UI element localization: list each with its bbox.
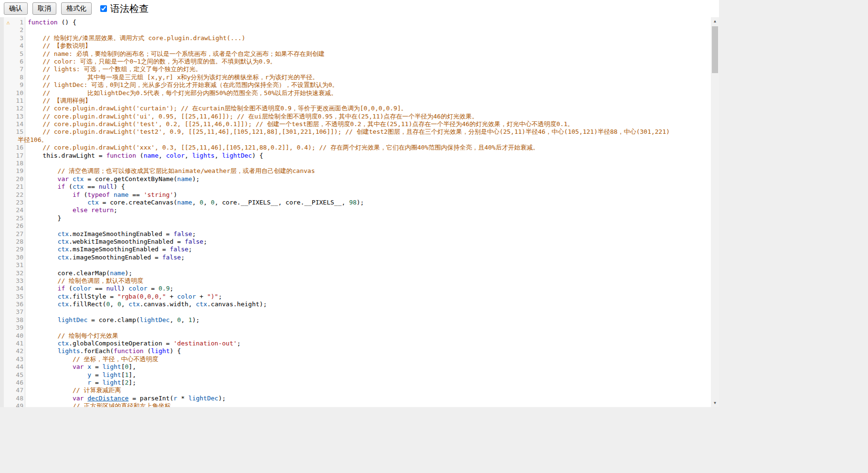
code-line[interactable]: 45 y = light[1], [4,371,711,379]
code-text[interactable]: function () { [25,19,76,26]
format-button[interactable]: 格式化 [61,2,92,14]
gutter-cell[interactable]: 11 [4,97,25,105]
gutter-cell[interactable]: ⚠1 [4,19,25,26]
code-line[interactable]: 20 var ctx = core.getContextByName(name)… [4,175,711,183]
gutter-cell[interactable]: 18 [4,160,25,167]
code-line[interactable]: 27 ctx.mozImageSmoothingEnabled = false; [4,230,711,238]
gutter-cell[interactable]: 49 [4,402,25,407]
code-text[interactable]: ctx.fillStyle = "rgba(0,0,0," + color + … [25,293,222,301]
cancel-button[interactable]: 取消 [32,2,56,14]
code-text[interactable]: // name: 必填，要绘制到的画布名；可以是一个系统画布，或者是个自定义画布… [25,50,325,58]
code-line[interactable]: 3 // 绘制灯光/漆黑层效果。调用方式 core.plugin.drawLig… [4,34,711,42]
scroll-up-button[interactable]: ▲ [711,17,719,25]
code-text[interactable] [25,324,28,332]
code-text[interactable]: if (ctx == null) { [25,183,125,191]
code-text[interactable]: // 计算衰减距离 [25,387,121,394]
code-line[interactable]: 7 // lights: 可选，一个数组，定义了每个独立的灯光。 [4,65,711,73]
syntax-check-checkbox[interactable] [100,5,107,12]
code-line[interactable]: 24 else return; [4,206,711,214]
code-text[interactable]: 半径106。 [15,136,47,144]
code-line[interactable]: 30 ctx.imageSmoothingEnabled = false; [4,254,711,261]
code-text[interactable]: // 正方形区域的直径和左上角坐标 [25,402,170,407]
code-line[interactable]: 38 lightDec = core.clamp(lightDec, 0, 1)… [4,316,711,324]
gutter-cell[interactable]: 6 [4,58,25,65]
code-text[interactable]: lights.forEach(function (light) { [25,347,181,355]
code-text[interactable] [25,308,28,316]
code-line[interactable]: 41 ctx.globalCompositeOperation = 'desti… [4,340,711,347]
code-text[interactable]: core.clearMap(name); [25,269,132,277]
vertical-scrollbar[interactable]: ▲ ▼ [711,17,719,407]
code-text[interactable]: // core.plugin.drawLight('test2', 0.9, [… [25,128,670,136]
gutter-cell[interactable]: 33 [4,277,25,285]
gutter-cell[interactable]: 38 [4,316,25,324]
code-text[interactable]: } [25,215,61,222]
gutter-cell[interactable]: 47 [4,387,25,394]
code-line[interactable]: 14 // core.plugin.drawLight('test', 0.2,… [4,120,711,128]
gutter-cell[interactable]: 28 [4,238,25,246]
gutter-cell[interactable]: 43 [4,355,25,363]
code-line[interactable]: 5 // name: 必填，要绘制到的画布名；可以是一个系统画布，或者是个自定义… [4,50,711,58]
gutter-cell[interactable]: 29 [4,246,25,253]
code-text[interactable]: ctx.webkitImageSmoothingEnabled = false; [25,238,207,246]
code-text[interactable] [25,222,28,230]
code-text[interactable]: // 清空色调层；也可以修改成其它层比如animate/weather层，或者用… [25,167,315,175]
code-text[interactable]: // 【调用样例】 [25,97,91,105]
code-line[interactable]: 12 // core.plugin.drawLight('curtain'); … [4,105,711,112]
gutter-cell[interactable]: 44 [4,363,25,371]
gutter-cell[interactable]: 4 [4,42,25,50]
gutter-cell[interactable]: 31 [4,261,25,269]
code-line[interactable]: 34 if (color == null) color = 0.9; [4,285,711,292]
code-line[interactable]: 21 if (ctx == null) { [4,183,711,191]
code-line[interactable]: 47 // 计算衰减距离 [4,387,711,394]
gutter-cell[interactable]: 3 [4,34,25,42]
code-line[interactable]: 49 // 正方形区域的直径和左上角坐标 [4,402,711,407]
code-text[interactable]: // core.plugin.drawLight('xxx', 0.3, [[2… [25,144,539,151]
code-line[interactable]: 2 [4,26,711,34]
gutter-cell[interactable]: 13 [4,113,25,120]
gutter-cell[interactable]: 9 [4,81,25,89]
code-text[interactable]: // core.plugin.drawLight('ui', 0.95, [[2… [25,113,478,120]
gutter-cell[interactable]: 42 [4,347,25,355]
code-text[interactable]: if (typeof name == 'string') [25,191,177,199]
code-text[interactable]: ctx.fillRect(0, 0, ctx.canvas.width, ctx… [25,301,267,308]
gutter-cell[interactable]: 23 [4,199,25,206]
gutter-cell[interactable]: 12 [4,105,25,112]
code-text[interactable]: // 绘制每个灯光效果 [25,332,118,340]
gutter-cell[interactable]: 40 [4,332,25,340]
code-text[interactable]: var decDistance = parseInt(r * lightDec)… [25,395,226,402]
code-text[interactable]: lightDec = core.clamp(lightDec, 0, 1); [25,316,200,324]
code-line[interactable]: 40 // 绘制每个灯光效果 [4,332,711,340]
code-line[interactable]: 17 this.drawLight = function (name, colo… [4,152,711,160]
code-text[interactable]: // lights: 可选，一个数组，定义了每个独立的灯光。 [25,65,201,73]
code-line[interactable]: 8 // 其中每一项是三元组 [x,y,r] x和y分别为该灯光的横纵坐标，r为… [4,74,711,81]
code-line[interactable]: 48 var decDistance = parseInt(r * lightD… [4,395,711,402]
code-text[interactable]: r = light[2]; [25,379,136,387]
code-line[interactable]: 44 var x = light[0], [4,363,711,371]
gutter-cell[interactable]: 46 [4,379,25,387]
gutter-cell[interactable]: 45 [4,371,25,379]
code-line[interactable]: 35 ctx.fillStyle = "rgba(0,0,0," + color… [4,293,711,301]
code-line[interactable]: 36 ctx.fillRect(0, 0, ctx.canvas.width, … [4,301,711,308]
code-line[interactable]: 39 [4,324,711,332]
code-text[interactable]: else return; [25,206,117,214]
code-line[interactable]: 25 } [4,215,711,222]
code-line[interactable]: 29 ctx.msImageSmoothingEnabled = false; [4,246,711,253]
code-text[interactable]: // 绘制灯光/漆黑层效果。调用方式 core.plugin.drawLight… [25,34,245,42]
gutter-cell[interactable]: 19 [4,167,25,175]
code-text[interactable]: // color: 可选，只能是一个0~1之间的数，为不透明度的值。不填则默认为… [25,58,276,65]
gutter-cell[interactable]: 48 [4,395,25,402]
gutter-cell[interactable]: 2 [4,26,25,34]
code-line[interactable]: 28 ctx.webkitImageSmoothingEnabled = fal… [4,238,711,246]
code-line[interactable]: 13 // core.plugin.drawLight('ui', 0.95, … [4,113,711,120]
scrollbar-thumb[interactable] [712,26,718,73]
code-line[interactable]: 23 ctx = core.createCanvas(name, 0, 0, c… [4,199,711,206]
code-text[interactable]: // 其中每一项是三元组 [x,y,r] x和y分别为该灯光的横纵坐标，r为该灯… [25,74,318,81]
code-text[interactable]: var ctx = core.getContextByName(name); [25,175,200,183]
code-text[interactable]: ctx.msImageSmoothingEnabled = false; [25,246,192,253]
gutter-cell[interactable]: 37 [4,308,25,316]
code-line[interactable]: 6 // color: 可选，只能是一个0~1之间的数，为不透明度的值。不填则默… [4,58,711,65]
code-text[interactable]: ctx.imageSmoothingEnabled = false; [25,254,185,261]
code-line[interactable]: 16 // core.plugin.drawLight('xxx', 0.3, … [4,144,711,151]
gutter-cell[interactable]: 10 [4,89,25,97]
code-text[interactable]: // core.plugin.drawLight('curtain'); // … [25,105,407,112]
